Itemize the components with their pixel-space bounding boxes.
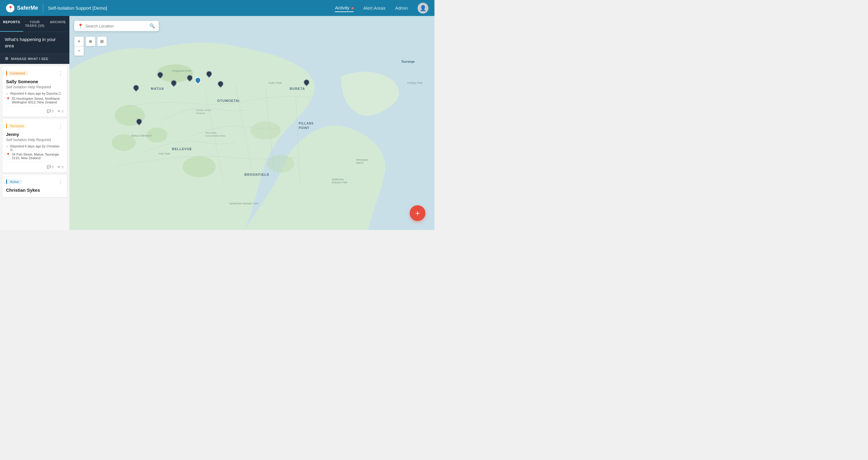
- logo-text: SaferMe: [17, 5, 38, 11]
- zoom-out-button[interactable]: −: [74, 46, 84, 56]
- report-address-1: 📍 55 Huntingdon Street, Northland, Welli…: [6, 97, 63, 104]
- svg-text:BROOKFIELD: BROOKFIELD: [244, 173, 270, 176]
- report-name-3: Christian Sykes: [6, 188, 63, 193]
- report-reported-by-2: ✓ Reported 6 days ago by Christian S.: [6, 144, 63, 152]
- zoom-in-button[interactable]: +: [74, 36, 84, 46]
- status-badge-1: Contacted: [6, 71, 28, 76]
- header-subtitle: Self-Isolation Support [Demo]: [48, 5, 107, 10]
- svg-text:Reserve: Reserve: [196, 112, 205, 114]
- status-badge-2: Received: [6, 124, 27, 128]
- map-pin-1[interactable]: [157, 72, 163, 80]
- status-badge-3: Active: [6, 179, 22, 184]
- comment-icon-1: 💬: [47, 109, 51, 113]
- report-card-1-header: Contacted ⋮: [6, 70, 63, 76]
- map-pin-8[interactable]: [136, 119, 143, 127]
- svg-text:Conservation Area: Conservation Area: [205, 134, 225, 137]
- svg-point-7: [267, 155, 294, 173]
- search-button[interactable]: 🔍: [149, 23, 155, 29]
- svg-text:Sydenham Botanic Park: Sydenham Botanic Park: [229, 202, 258, 205]
- main-layout: REPORTS YOUR TASKS (10) ARCHIVE What's h…: [0, 16, 434, 230]
- map-pin-blue[interactable]: [195, 77, 201, 86]
- map-area: Fergusson Park MATUA OTUMOETAI Carlton S…: [69, 16, 434, 230]
- view-count-1: 👁 3: [57, 109, 63, 113]
- svg-text:Kulim Park: Kulim Park: [269, 81, 282, 85]
- svg-text:Tauranga: Tauranga: [401, 60, 415, 63]
- report-card-3-menu[interactable]: ⋮: [58, 178, 63, 185]
- manage-label: MANAGE WHAT I SEE: [11, 57, 49, 61]
- search-location-icon: 📍: [78, 24, 83, 28]
- report-card-2-header: Received ⋮: [6, 123, 63, 129]
- report-footer-1: 💬 0 👁 3: [6, 106, 63, 113]
- header-nav: Activity Alert Areas Admin 👤: [335, 3, 428, 13]
- comment-count-1: 💬 0: [47, 109, 54, 113]
- tab-your-tasks[interactable]: YOUR TASKS (10): [23, 16, 46, 32]
- svg-text:BURETA: BURETA: [290, 87, 305, 91]
- comment-count-2: 💬 0: [47, 165, 54, 169]
- logo-icon: 📍: [6, 4, 14, 12]
- map-background: Fergusson Park MATUA OTUMOETAI Carlton S…: [69, 16, 434, 230]
- svg-text:MATUA: MATUA: [151, 87, 164, 91]
- svg-text:Matua Saltmarsh: Matua Saltmarsh: [131, 134, 152, 137]
- report-meta-1: ✓ Reported 6 days ago by Dascha C. 📍 55 …: [6, 92, 63, 104]
- logo: 📍 SaferMe: [6, 4, 38, 12]
- svg-text:POINT: POINT: [299, 126, 310, 130]
- report-card-1[interactable]: Contacted ⋮ Sally Someone Self Isolation…: [2, 66, 67, 117]
- map-pin-9[interactable]: [303, 79, 310, 88]
- check-icon-1: ✓: [6, 92, 9, 96]
- svg-text:Estuary Park: Estuary Park: [332, 181, 347, 184]
- search-input[interactable]: [85, 24, 149, 28]
- report-type-2: Self Isolation Help Required: [6, 138, 63, 142]
- svg-text:Fergusson Park: Fergusson Park: [172, 69, 191, 72]
- add-report-fab[interactable]: +: [410, 205, 425, 221]
- report-card-1-menu[interactable]: ⋮: [58, 70, 63, 76]
- gear-icon: ⚙: [5, 56, 9, 61]
- nav-admin[interactable]: Admin: [395, 4, 408, 12]
- search-bar: 📍 🔍: [74, 21, 159, 31]
- activity-dot: [351, 7, 353, 9]
- view-count-2: 👁 3: [57, 165, 63, 169]
- manage-what-i-see[interactable]: ⚙ MANAGE WHAT I SEE: [0, 53, 69, 64]
- svg-text:Holiday Park: Holiday Park: [407, 81, 423, 85]
- svg-point-5: [183, 156, 216, 177]
- report-card-2-menu[interactable]: ⋮: [58, 123, 63, 129]
- layers-button[interactable]: ⊞: [97, 36, 107, 46]
- report-address-2: 📍 34 Pah Street, Matua, Tauranga 3110, N…: [6, 153, 63, 160]
- svg-text:Waikariao: Waikariao: [332, 178, 344, 181]
- whats-happening-section: What's happening in your area: [0, 32, 69, 53]
- eye-icon-2: 👁: [57, 165, 61, 169]
- svg-text:BELLEVUE: BELLEVUE: [172, 147, 192, 151]
- svg-point-6: [250, 122, 281, 139]
- map-pin-3[interactable]: [170, 80, 177, 88]
- avatar[interactable]: 👤: [417, 3, 428, 13]
- report-name-2: Jenny: [6, 132, 63, 137]
- svg-text:Otumoetai: Otumoetai: [205, 131, 216, 134]
- report-name-1: Sally Someone: [6, 79, 63, 84]
- tab-archive[interactable]: ARCHIVE: [46, 16, 69, 32]
- report-meta-2: ✓ Reported 6 days ago by Christian S. 📍 …: [6, 144, 63, 160]
- map-pin-2[interactable]: [133, 85, 140, 93]
- report-type-1: Self Isolation Help Required: [6, 85, 63, 89]
- report-footer-2: 💬 0 👁 3: [6, 162, 63, 169]
- pin-icon-2: 📍: [6, 153, 10, 157]
- report-card-2[interactable]: Received ⋮ Jenny Self Isolation Help Req…: [2, 119, 67, 172]
- svg-text:York Park: York Park: [158, 152, 170, 155]
- svg-text:PILLANS: PILLANS: [299, 122, 314, 125]
- header-divider: [43, 4, 43, 13]
- svg-text:Motuopae: Motuopae: [356, 158, 368, 161]
- svg-text:Carlton Street: Carlton Street: [196, 109, 211, 111]
- map-pin-5[interactable]: [206, 71, 212, 79]
- tab-reports[interactable]: REPORTS: [0, 16, 23, 32]
- nav-activity[interactable]: Activity: [335, 4, 353, 12]
- report-card-3-header: Active ⋮: [6, 178, 63, 185]
- sidebar: REPORTS YOUR TASKS (10) ARCHIVE What's h…: [0, 16, 69, 230]
- sidebar-tabs: REPORTS YOUR TASKS (10) ARCHIVE: [0, 16, 69, 32]
- map-controls: + − ⊕ ⊞: [74, 36, 107, 56]
- comment-icon-2: 💬: [47, 165, 51, 169]
- header: 📍 SaferMe Self-Isolation Support [Demo] …: [0, 0, 434, 16]
- report-card-3[interactable]: Active ⋮ Christian Sykes: [2, 175, 67, 197]
- reports-list: Contacted ⋮ Sally Someone Self Isolation…: [0, 64, 69, 230]
- nav-alert-areas[interactable]: Alert Areas: [363, 4, 385, 12]
- map-pin-7[interactable]: [217, 81, 224, 89]
- locate-button[interactable]: ⊕: [86, 36, 95, 46]
- map-pin-4[interactable]: [186, 75, 193, 83]
